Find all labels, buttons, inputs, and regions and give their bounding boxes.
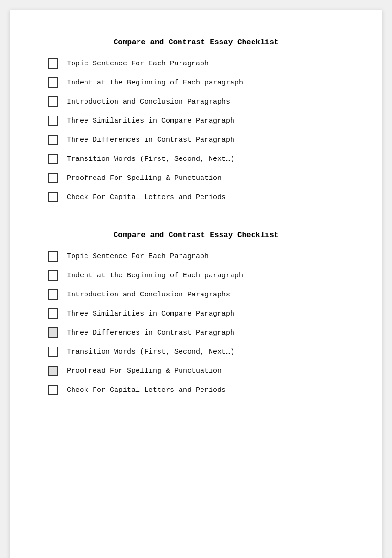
list-item: Check For Capital Letters and Periods — [48, 192, 344, 202]
checkbox-2-4[interactable] — [48, 308, 58, 319]
list-item: Indent at the Beginning of Each paragrap… — [48, 270, 344, 281]
list-item: Check For Capital Letters and Periods — [48, 385, 344, 395]
item-label-2-1: Topic Sentence For Each Paragraph — [67, 253, 209, 261]
item-label-2-4: Three Similarities in Compare Paragraph — [67, 310, 234, 318]
checklist-title-2: Compare and Contrast Essay Checklist — [48, 231, 344, 240]
checkbox-2-2[interactable] — [48, 270, 58, 281]
list-item: Three Differences in Contrast Paragraph — [48, 327, 344, 338]
checklist-items-2: Topic Sentence For Each ParagraphIndent … — [48, 251, 344, 395]
checkbox-1-6[interactable] — [48, 154, 58, 164]
item-label-1-7: Proofread For Spelling & Punctuation — [67, 174, 222, 182]
checkbox-1-3[interactable] — [48, 96, 58, 107]
checkbox-1-4[interactable] — [48, 116, 58, 126]
item-label-1-6: Transition Words (First, Second, Next…) — [67, 155, 234, 163]
item-label-1-8: Check For Capital Letters and Periods — [67, 193, 226, 201]
checkbox-2-5[interactable] — [48, 327, 58, 338]
item-label-2-5: Three Differences in Contrast Paragraph — [67, 329, 234, 337]
checkbox-1-2[interactable] — [48, 77, 58, 88]
checkbox-2-6[interactable] — [48, 347, 58, 357]
item-label-1-1: Topic Sentence For Each Paragraph — [67, 60, 209, 68]
item-label-1-4: Three Similarities in Compare Paragraph — [67, 117, 234, 125]
checkbox-1-1[interactable] — [48, 58, 58, 69]
list-item: Proofread For Spelling & Punctuation — [48, 366, 344, 376]
item-label-1-3: Introduction and Conclusion Paragraphs — [67, 98, 230, 106]
checklist-section-1: Compare and Contrast Essay ChecklistTopi… — [48, 38, 344, 202]
checklist-title-1: Compare and Contrast Essay Checklist — [48, 38, 344, 47]
list-item: Three Similarities in Compare Paragraph — [48, 308, 344, 319]
item-label-2-2: Indent at the Beginning of Each paragrap… — [67, 272, 243, 280]
list-item: Introduction and Conclusion Paragraphs — [48, 96, 344, 107]
checkbox-1-8[interactable] — [48, 192, 58, 202]
list-item: Topic Sentence For Each Paragraph — [48, 251, 344, 262]
list-item: Topic Sentence For Each Paragraph — [48, 58, 344, 69]
checklist-items-1: Topic Sentence For Each ParagraphIndent … — [48, 58, 344, 202]
checkbox-2-1[interactable] — [48, 251, 58, 262]
list-item: Introduction and Conclusion Paragraphs — [48, 289, 344, 300]
list-item: Three Differences in Contrast Paragraph — [48, 135, 344, 145]
list-item: Three Similarities in Compare Paragraph — [48, 116, 344, 126]
checkbox-1-7[interactable] — [48, 173, 58, 183]
item-label-2-6: Transition Words (First, Second, Next…) — [67, 348, 234, 356]
checklist-section-2: Compare and Contrast Essay ChecklistTopi… — [48, 231, 344, 395]
checkbox-2-7[interactable] — [48, 366, 58, 376]
item-label-2-8: Check For Capital Letters and Periods — [67, 386, 226, 394]
list-item: Transition Words (First, Second, Next…) — [48, 347, 344, 357]
item-label-2-7: Proofread For Spelling & Punctuation — [67, 367, 222, 375]
item-label-1-2: Indent at the Beginning of Each paragrap… — [67, 79, 243, 87]
list-item: Indent at the Beginning of Each paragrap… — [48, 77, 344, 88]
page: Compare and Contrast Essay ChecklistTopi… — [10, 10, 382, 558]
item-label-1-5: Three Differences in Contrast Paragraph — [67, 136, 234, 144]
checkbox-2-3[interactable] — [48, 289, 58, 300]
checkbox-1-5[interactable] — [48, 135, 58, 145]
item-label-2-3: Introduction and Conclusion Paragraphs — [67, 291, 230, 299]
list-item: Proofread For Spelling & Punctuation — [48, 173, 344, 183]
list-item: Transition Words (First, Second, Next…) — [48, 154, 344, 164]
checkbox-2-8[interactable] — [48, 385, 58, 395]
